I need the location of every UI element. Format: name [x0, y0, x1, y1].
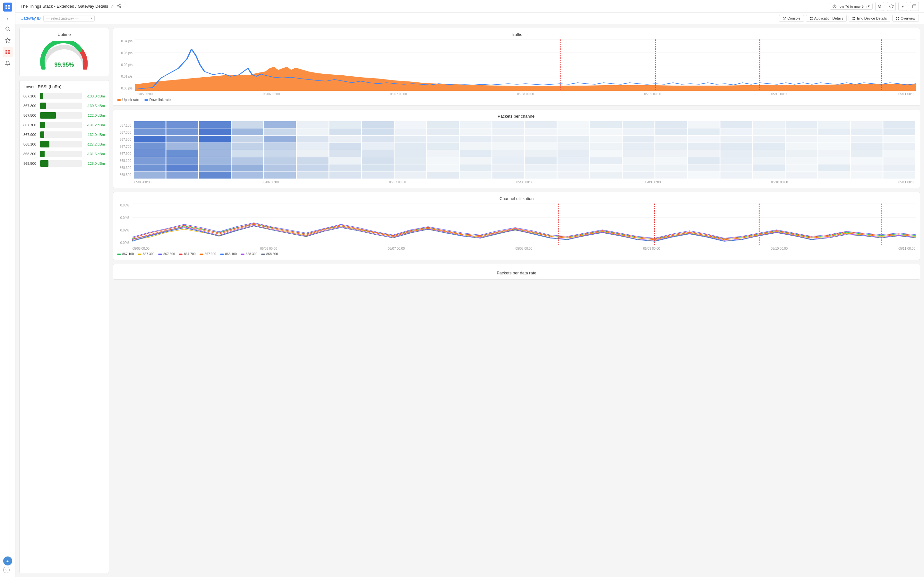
x-label: 05/05 00:00: [134, 181, 152, 184]
sidebar-item-dashboards[interactable]: [3, 47, 13, 57]
uptime-card: Uptime 99.95%: [19, 28, 109, 76]
x-label: 05/10 00:00: [771, 92, 788, 96]
heatmap-cell: [166, 129, 198, 135]
heatmap-cell: [655, 157, 687, 164]
zoom-out-button[interactable]: [875, 2, 884, 11]
heatmap-cell: [753, 129, 785, 135]
rssi-bar-container: [40, 160, 82, 167]
overview-label: Overview: [901, 16, 915, 20]
application-details-label: Application Details: [814, 16, 843, 20]
filterbar-right: Console Application Details End Device D…: [779, 15, 919, 22]
heatmap-cell: [720, 129, 752, 135]
x-label: 05/06 00:00: [260, 247, 277, 250]
main-content: The Things Stack - Extended / Gateway De…: [15, 0, 924, 577]
packets-datarate-title: Packets per data rate: [117, 268, 916, 276]
heatmap-cell: [883, 150, 915, 157]
x-label: 05/07 00:00: [389, 181, 406, 184]
heatmap-cell: [330, 135, 361, 143]
page-title: The Things Stack - Extended / Gateway De…: [21, 4, 108, 9]
heatmap-cell: [166, 121, 198, 128]
heatmap-cell: [786, 172, 817, 179]
heatmap-cell: [525, 129, 557, 135]
heatmap-cell: [590, 135, 622, 143]
heatmap-cell: [851, 164, 883, 171]
svg-rect-30: [855, 19, 855, 19]
heatmap-cell: [688, 129, 720, 135]
share-icon[interactable]: [117, 3, 121, 9]
heatmap-cell: [134, 157, 166, 164]
panel-view-button[interactable]: [910, 2, 919, 11]
heatmap-cell: [330, 129, 361, 135]
legend-item: 867.100: [117, 252, 134, 256]
rssi-freq: 867.300: [23, 104, 40, 108]
heatmap-cell: [264, 157, 296, 164]
heatmap-cell: [199, 164, 231, 171]
traffic-svg: [135, 39, 916, 91]
x-label: 05/09 00:00: [644, 92, 661, 96]
application-details-button[interactable]: Application Details: [806, 15, 847, 22]
rssi-value: -122.0 dBm: [82, 113, 105, 117]
refresh-button[interactable]: [887, 2, 896, 11]
help-button[interactable]: ?: [3, 567, 10, 573]
heatmap-cell: [297, 129, 328, 135]
heatmap-cell: [720, 172, 752, 179]
legend-item: 867.700: [179, 252, 195, 256]
heatmap-cell: [623, 164, 654, 171]
heatmap-cell: [786, 135, 817, 143]
svg-rect-7: [5, 50, 7, 51]
sidebar-item-alerts[interactable]: [3, 58, 13, 69]
rssi-row: 867.900 -132.0 dBm: [23, 131, 105, 138]
heatmap-cell: [395, 121, 426, 128]
traffic-card: Traffic 0.04 p/s0.03 p/s0.02 p/s0.01 p/s…: [113, 28, 920, 106]
svg-rect-1: [8, 5, 10, 6]
heatmap-cell: [590, 150, 622, 157]
sidebar-item-search[interactable]: [3, 24, 13, 34]
end-device-details-button[interactable]: End Device Details: [849, 15, 890, 22]
time-range-picker[interactable]: now-7d to now-5m ▾: [830, 3, 873, 10]
legend-item: 867.900: [200, 252, 216, 256]
rssi-bar: [40, 160, 48, 167]
heatmap-cell: [166, 150, 198, 157]
rssi-bar-container: [40, 103, 82, 109]
heatmap-cell: [395, 135, 426, 143]
sidebar-collapse-btn[interactable]: ›: [5, 15, 11, 22]
svg-point-13: [120, 6, 121, 8]
chevron-down-icon: ▾: [868, 4, 870, 8]
end-device-details-label: End Device Details: [857, 16, 887, 20]
svg-point-12: [118, 5, 119, 6]
heatmap-cell: [362, 172, 394, 179]
x-label: 05/11 00:00: [898, 247, 915, 250]
user-avatar[interactable]: A: [3, 556, 12, 566]
x-label: 05/08 00:00: [515, 247, 533, 250]
traffic-title: Traffic: [117, 32, 916, 37]
heatmap-cell: [786, 143, 817, 150]
console-button[interactable]: Console: [779, 15, 804, 22]
legend-item: 867.300: [137, 252, 154, 256]
heatmap-cell: [492, 157, 524, 164]
heatmap-cell: [199, 129, 231, 135]
rssi-bar-container: [40, 151, 82, 157]
heatmap-cell: [557, 172, 590, 179]
bookmark-icon[interactable]: ☆: [111, 4, 114, 9]
gateway-id-select[interactable]: — select gateway —: [43, 15, 95, 21]
x-label: 05/05 00:00: [136, 92, 153, 96]
heatmap-cell: [427, 150, 459, 157]
heatmap-cell: [851, 157, 883, 164]
heatmap-cell: [818, 164, 850, 171]
heatmap-cell: [557, 150, 590, 157]
heatmap-cell: [166, 172, 198, 179]
heatmap-cell: [297, 121, 328, 128]
heatmap-cell: [655, 121, 687, 128]
heatmap-cell: [883, 121, 915, 128]
overview-button[interactable]: Overview: [892, 15, 919, 22]
heatmap-cell: [818, 129, 850, 135]
heatmap-cell: [851, 143, 883, 150]
heatmap-cell: [557, 143, 590, 150]
rssi-value: -132.0 dBm: [82, 133, 105, 137]
filterbar: Gateway ID — select gateway — Console Ap…: [15, 13, 924, 24]
heatmap-cell: [330, 121, 361, 128]
sidebar-item-starred[interactable]: [3, 35, 13, 45]
rssi-bar: [40, 122, 45, 128]
refresh-dropdown-button[interactable]: ▾: [898, 2, 907, 11]
y-label: 868.500: [120, 173, 131, 177]
